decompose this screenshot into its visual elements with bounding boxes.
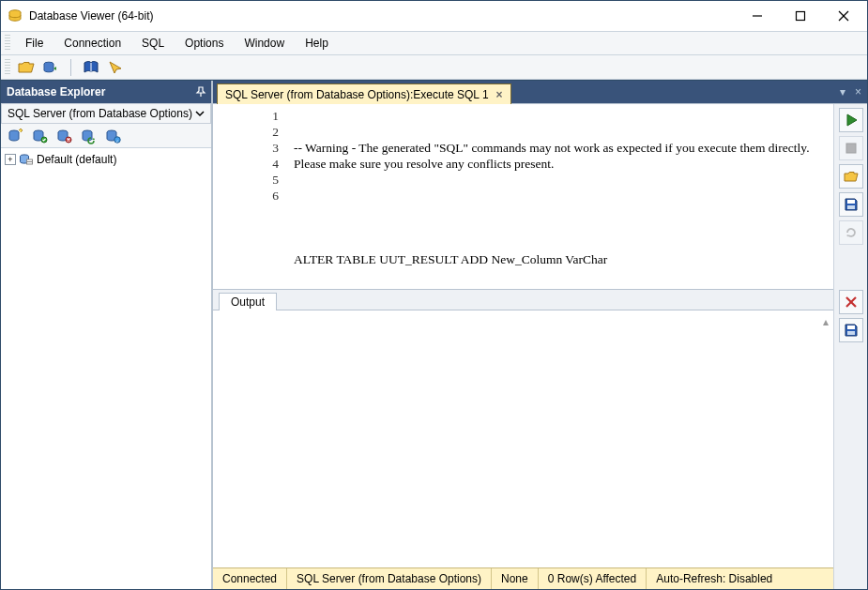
line-number: 4 <box>217 156 279 172</box>
tab-dropdown-icon[interactable]: ▾ <box>840 85 845 98</box>
refresh-editor-button <box>839 220 863 245</box>
save-output-button[interactable] <box>839 318 863 342</box>
database-explorer-header: Database Explorer <box>1 81 211 103</box>
tree-node-default[interactable]: + Default (default) <box>3 152 209 167</box>
code-line: ALTER TABLE UUT_RESULT ADD New_Column Va… <box>294 251 828 267</box>
line-number: 3 <box>217 140 279 156</box>
info-icon[interactable]: i <box>102 126 123 146</box>
connect-icon[interactable] <box>29 126 50 146</box>
svg-rect-21 <box>847 205 855 209</box>
tab-close-icon[interactable]: × <box>496 88 503 101</box>
database-explorer-title: Database Explorer <box>7 85 105 98</box>
toolbar-separator <box>70 59 71 76</box>
maximize-button[interactable] <box>779 2 822 30</box>
open-folder-icon[interactable] <box>16 57 37 78</box>
sql-tab[interactable]: SQL Server (from Database Options):Execu… <box>217 83 511 104</box>
svg-rect-24 <box>847 325 855 329</box>
expand-icon[interactable]: + <box>5 154 16 165</box>
line-number: 6 <box>217 188 279 204</box>
toolbar-grip[interactable] <box>5 59 10 76</box>
menu-options[interactable]: Options <box>175 34 233 53</box>
status-datasource: SQL Server (from Database Options) <box>287 568 492 589</box>
svg-rect-25 <box>847 331 855 335</box>
db-catalog-icon <box>19 153 34 166</box>
database-tree[interactable]: + Default (default) <box>1 148 211 589</box>
titlebar: Database Viewer (64-bit) <box>1 1 867 31</box>
minimize-button[interactable] <box>736 2 779 30</box>
datasource-dropdown[interactable]: SQL Server (from Database Options) <box>1 103 211 124</box>
book-icon[interactable] <box>81 57 101 78</box>
main-toolbar <box>1 55 867 80</box>
menu-connection[interactable]: Connection <box>54 34 130 53</box>
execute-button[interactable] <box>839 108 863 132</box>
status-autorefresh: Auto-Refresh: Disabled <box>647 568 833 589</box>
window-title: Database Viewer (64-bit) <box>29 9 736 23</box>
line-number: 2 <box>217 124 279 140</box>
open-sql-button[interactable] <box>839 164 863 189</box>
svg-rect-2 <box>797 12 805 21</box>
pin-icon[interactable] <box>190 81 211 103</box>
scroll-up-icon[interactable]: ▴ <box>823 315 829 328</box>
menu-file[interactable]: File <box>16 34 53 53</box>
refresh-db-icon[interactable] <box>40 57 61 78</box>
output-tab[interactable]: Output <box>219 293 277 310</box>
line-number: 1 <box>217 108 279 124</box>
menu-window[interactable]: Window <box>235 34 294 53</box>
database-explorer-panel: Database Explorer SQL Server (from Datab… <box>1 81 213 589</box>
chevron-down-icon <box>195 109 205 118</box>
menu-help[interactable]: Help <box>296 34 338 53</box>
code-line <box>294 204 828 219</box>
close-button[interactable] <box>822 2 865 30</box>
menu-sql[interactable]: SQL <box>132 34 174 53</box>
menubar: File Connection SQL Options Window Help <box>1 31 867 55</box>
editor-toolbar <box>833 104 867 589</box>
line-number: 5 <box>217 172 279 188</box>
datasource-dropdown-value: SQL Server (from Database Options) <box>8 107 192 120</box>
menubar-grip[interactable] <box>5 35 10 52</box>
statusbar: Connected SQL Server (from Database Opti… <box>213 567 833 589</box>
disconnect-icon[interactable] <box>53 126 74 146</box>
output-panel[interactable]: ▴ <box>213 310 833 567</box>
status-connected: Connected <box>213 568 287 589</box>
editor-gutter: 1 2 3 4 5 6 <box>213 104 288 289</box>
whatsthis-icon[interactable] <box>105 57 126 78</box>
output-tabstrip: Output <box>213 290 833 310</box>
tab-close-all-icon[interactable]: × <box>855 85 861 98</box>
status-none: None <box>492 568 539 589</box>
app-icon <box>7 8 23 24</box>
stop-button <box>839 136 863 160</box>
document-tabstrip: SQL Server (from Database Options):Execu… <box>213 81 867 103</box>
editor-source[interactable]: -- Warning - The generated "SQL" command… <box>288 104 833 289</box>
refresh-icon[interactable] <box>78 126 99 146</box>
save-sql-button[interactable] <box>839 192 863 217</box>
tree-node-label: Default (default) <box>37 153 116 166</box>
sql-editor[interactable]: 1 2 3 4 5 6 -- Warning - The generated "… <box>213 104 833 290</box>
explorer-toolbar: i <box>1 124 211 148</box>
status-rows: 0 Row(s) Affected <box>539 568 647 589</box>
code-line: -- Warning - The generated "SQL" command… <box>294 140 828 172</box>
clear-output-button[interactable] <box>839 290 863 314</box>
sql-tab-label: SQL Server (from Database Options):Execu… <box>225 88 489 101</box>
new-connection-icon[interactable] <box>5 126 25 146</box>
svg-rect-19 <box>846 144 856 153</box>
main-area: SQL Server (from Database Options):Execu… <box>213 81 867 589</box>
svg-rect-20 <box>847 200 855 204</box>
